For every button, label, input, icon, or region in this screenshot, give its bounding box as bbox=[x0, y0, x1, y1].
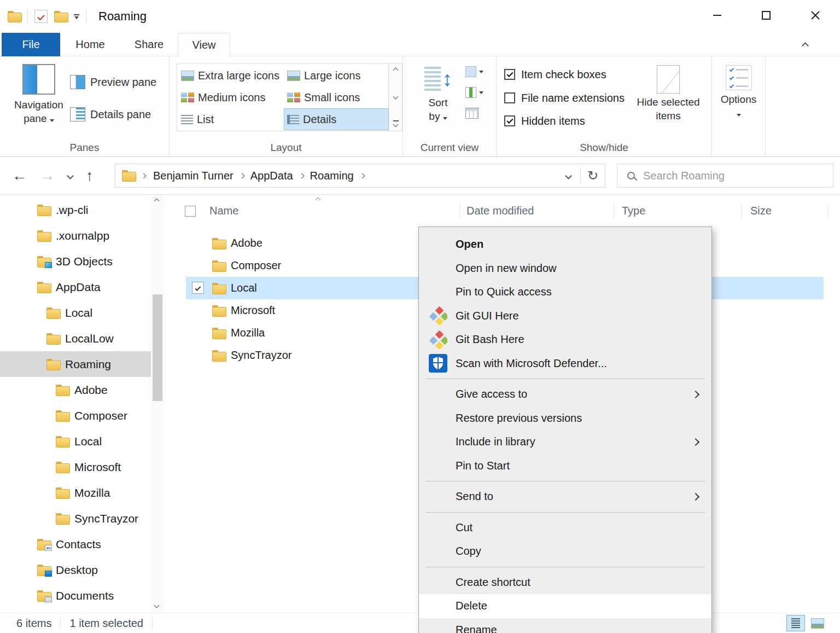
layout-option-large-icons[interactable]: Large icons bbox=[284, 65, 389, 86]
ribbon-group-show-hide: Item check boxes File name extensions Hi… bbox=[497, 56, 712, 156]
preview-pane-button[interactable]: Preview pane bbox=[70, 74, 156, 90]
breadcrumb-bar[interactable]: Benjamin Turner AppData Roaming ↻ bbox=[115, 164, 605, 188]
select-all-checkbox[interactable] bbox=[185, 206, 196, 217]
maximize-button[interactable] bbox=[742, 0, 791, 31]
up-button[interactable]: ↑ bbox=[86, 167, 94, 184]
tree-item-3d-objects[interactable]: 3D Objects bbox=[0, 248, 151, 274]
menu-item-cut[interactable]: Cut bbox=[419, 516, 711, 540]
add-columns-button[interactable] bbox=[465, 85, 483, 100]
menu-item-open[interactable]: Open bbox=[419, 233, 711, 257]
scroll-up-icon[interactable] bbox=[393, 68, 399, 73]
close-button[interactable] bbox=[791, 0, 840, 31]
dropdown-caret-icon bbox=[50, 119, 54, 122]
tab-view[interactable]: View bbox=[178, 33, 230, 57]
breadcrumb-roaming[interactable]: Roaming bbox=[307, 170, 357, 182]
submenu-arrow-icon bbox=[692, 438, 699, 446]
hidden-items-checkbox[interactable]: Hidden items bbox=[504, 115, 585, 127]
menu-item-give-access-to[interactable]: Give access to bbox=[419, 382, 711, 406]
menu-item-rename[interactable]: Rename bbox=[419, 618, 711, 633]
divider bbox=[86, 9, 86, 24]
layout-option-small-icons[interactable]: Small icons bbox=[284, 86, 389, 108]
tree-item-synctrayzor[interactable]: SyncTrayzor bbox=[0, 506, 151, 531]
layout-option-details[interactable]: Details bbox=[284, 108, 389, 130]
sidebar-scrollbar[interactable] bbox=[151, 195, 164, 613]
sort-by-button[interactable]: ↕ Sort by bbox=[414, 64, 462, 123]
tree-item-desktop[interactable]: Desktop bbox=[0, 557, 151, 583]
tree-item-microsoft[interactable]: Microsoft bbox=[0, 454, 151, 480]
group-by-button[interactable] bbox=[465, 64, 483, 79]
menu-item-delete[interactable]: Delete bbox=[419, 594, 711, 618]
tree-item-appdata[interactable]: AppData bbox=[0, 274, 151, 300]
new-folder-icon[interactable] bbox=[54, 11, 67, 22]
tree-item-xournalpp[interactable]: .xournalpp bbox=[0, 223, 151, 248]
minimize-button[interactable] bbox=[692, 0, 742, 31]
hide-selected-items-button[interactable]: Hide selected items bbox=[630, 65, 707, 123]
scroll-down-icon[interactable] bbox=[393, 94, 399, 99]
dropdown-caret-icon bbox=[479, 71, 483, 73]
breadcrumb-user[interactable]: Benjamin Turner bbox=[150, 170, 237, 182]
group-label-layout: Layout bbox=[170, 142, 402, 154]
options-button[interactable]: Options bbox=[712, 65, 765, 120]
forward-button[interactable]: → bbox=[40, 167, 55, 184]
tree-item-local[interactable]: Local bbox=[0, 300, 151, 326]
submenu-arrow-icon bbox=[692, 391, 699, 398]
menu-item-git-bash-here[interactable]: Git Bash Here bbox=[419, 328, 711, 352]
menu-separator bbox=[425, 512, 705, 513]
tab-share[interactable]: Share bbox=[120, 33, 178, 56]
menu-item-restore-previous-versions[interactable]: Restore previous versions bbox=[419, 406, 711, 431]
refresh-button[interactable]: ↻ bbox=[581, 164, 605, 187]
menu-item-send-to[interactable]: Send to bbox=[419, 485, 711, 509]
tab-file[interactable]: File bbox=[2, 33, 60, 56]
tree-item-mozilla[interactable]: Mozilla bbox=[0, 480, 151, 506]
column-header-size[interactable]: Size bbox=[750, 205, 772, 217]
layout-option-list[interactable]: List bbox=[178, 108, 284, 130]
row-checkbox-checked[interactable] bbox=[192, 282, 204, 294]
search-input[interactable] bbox=[643, 170, 818, 182]
scroll-up-icon[interactable] bbox=[154, 199, 160, 204]
layout-list-scrollbar[interactable] bbox=[389, 63, 402, 131]
tree-item-adobe[interactable]: Adobe bbox=[0, 377, 151, 403]
tab-home[interactable]: Home bbox=[60, 33, 120, 56]
details-view-button[interactable] bbox=[786, 615, 805, 631]
menu-item-include-in-library[interactable]: Include in library bbox=[419, 430, 711, 454]
properties-icon[interactable] bbox=[34, 10, 48, 23]
back-button[interactable]: ← bbox=[12, 167, 27, 184]
menu-item-git-gui-here[interactable]: Git GUI Here bbox=[419, 304, 711, 328]
tree-item-locallow[interactable]: LocalLow bbox=[0, 326, 151, 351]
search-box[interactable] bbox=[617, 164, 833, 188]
breadcrumb-appdata[interactable]: AppData bbox=[247, 170, 296, 182]
address-dropdown-button[interactable] bbox=[556, 164, 580, 187]
tree-item-documents[interactable]: Documents bbox=[0, 583, 151, 608]
selection-count: 1 item selected bbox=[69, 617, 143, 630]
menu-item-copy[interactable]: Copy bbox=[419, 539, 711, 564]
item-check-boxes-checkbox[interactable]: Item check boxes bbox=[504, 68, 606, 80]
layout-option-extra-large-icons[interactable]: Extra large icons bbox=[178, 65, 284, 86]
customize-toolbar-icon[interactable] bbox=[74, 14, 79, 19]
column-header-date-modified[interactable]: Date modified bbox=[466, 205, 534, 217]
column-header-name[interactable]: Name bbox=[209, 205, 238, 217]
tree-item-local-2[interactable]: Local bbox=[0, 428, 151, 454]
tree-item-wp-cli[interactable]: .wp-cli bbox=[0, 197, 151, 223]
navigation-buttons: ← → ↑ bbox=[0, 157, 94, 194]
thumbnails-view-button[interactable] bbox=[808, 615, 827, 631]
scroll-down-icon[interactable] bbox=[154, 603, 160, 608]
collapse-ribbon-button[interactable] bbox=[798, 40, 812, 50]
menu-item-create-shortcut[interactable]: Create shortcut bbox=[419, 571, 711, 595]
tree-item-roaming[interactable]: Roaming bbox=[0, 351, 151, 377]
tree-item-composer[interactable]: Composer bbox=[0, 403, 151, 428]
menu-item-scan-with-defender[interactable]: Scan with Microsoft Defender... bbox=[419, 352, 711, 376]
file-name-extensions-checkbox[interactable]: File name extensions bbox=[504, 92, 625, 104]
navigation-pane-label-1: Navigation bbox=[13, 98, 65, 112]
column-header-type[interactable]: Type bbox=[622, 205, 645, 217]
menu-item-pin-to-start[interactable]: Pin to Start bbox=[419, 454, 711, 478]
tree-item-contacts[interactable]: Contacts bbox=[0, 531, 151, 557]
layout-option-medium-icons[interactable]: Medium icons bbox=[178, 86, 284, 108]
size-all-columns-button[interactable] bbox=[465, 106, 483, 121]
navigation-pane-button[interactable]: Navigation pane bbox=[13, 64, 65, 125]
menu-item-open-in-new-window[interactable]: Open in new window bbox=[419, 257, 711, 281]
menu-item-pin-to-quick-access[interactable]: Pin to Quick access bbox=[419, 280, 711, 304]
details-pane-button[interactable]: Details pane bbox=[70, 107, 151, 122]
layout-more-icon[interactable] bbox=[393, 120, 399, 126]
scrollbar-thumb[interactable] bbox=[153, 294, 162, 401]
recent-locations-icon[interactable] bbox=[67, 172, 74, 179]
